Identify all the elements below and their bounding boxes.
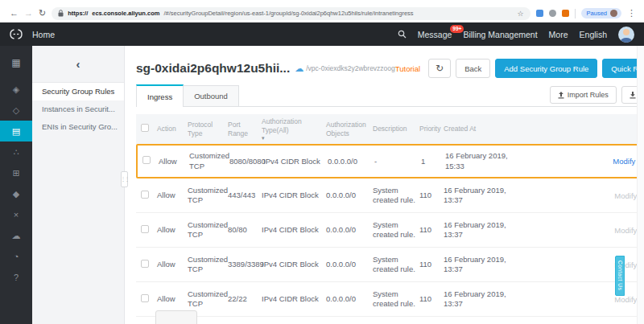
contact-us-tab[interactable]: Contact Us	[615, 256, 625, 296]
browser-reload-icon[interactable]: ↻	[39, 9, 46, 18]
console-body: ▦◈◇▤∴⊞◆×☁◔? ‹ Security Group Rules Insta…	[0, 46, 644, 324]
cell-auth-objects: 0.0.0.0/0	[326, 225, 373, 235]
extension-icon-3[interactable]	[562, 10, 569, 17]
modify-link[interactable]: Modify	[614, 295, 637, 304]
tabs-bar: Ingress Outbound Import Rules	[136, 84, 644, 107]
add-security-group-rule-button[interactable]: Add Security Group Rule	[495, 59, 597, 78]
icon-rail: ▦◈◇▤∴⊞◆×☁◔?	[0, 46, 32, 324]
cluster-icon[interactable]: ∴	[0, 141, 32, 162]
created-at-value: 16 February 2019, 15:33	[445, 151, 513, 171]
browser-back-icon[interactable]: ←	[10, 9, 19, 18]
product-compass-icon[interactable]: ◈	[0, 79, 32, 100]
message-label: Message	[418, 30, 452, 39]
cell-created: 16 February 2019, 13:37	[444, 186, 511, 206]
filter-caret-icon[interactable]: ▾	[262, 135, 324, 141]
select-all-checkbox[interactable]	[141, 124, 149, 132]
cloud-storage-icon[interactable]: ☁	[0, 225, 32, 246]
topnav-more[interactable]: More	[549, 30, 568, 39]
tutorial-link[interactable]: Tutorial	[395, 64, 420, 73]
monitor-icon[interactable]: ◔	[0, 246, 32, 267]
screen: ← → ↻ https://ecs.console.aliyun.com/#/s…	[0, 0, 644, 324]
sidebar-item-instances[interactable]: Instances in Securit...	[32, 100, 124, 118]
batch-action-button-partial[interactable]	[155, 310, 197, 324]
console-topnav: Home Message 99+ Billing Management More…	[0, 23, 644, 46]
import-rules-label: Import Rules	[568, 91, 609, 99]
header-actions-col: Actions	[511, 121, 644, 137]
extension-avatar-icon	[610, 10, 617, 17]
header-port-range: Port Range	[228, 117, 262, 141]
url-domain: ecs.console.aliyun.com	[92, 10, 159, 17]
bookmark-star-icon[interactable]: ☆	[517, 10, 523, 18]
cell-port: 443/443	[228, 191, 262, 200]
cell-created: 16 February 2019, 13:37	[444, 289, 511, 310]
help-tools-icon[interactable]: ?	[0, 267, 32, 288]
page-scrollbar[interactable]	[637, 46, 644, 324]
collapse-chevron-icon: ‹	[76, 58, 80, 70]
header-description: Description	[373, 121, 419, 137]
ecs-instances-icon[interactable]: ▤	[0, 121, 32, 141]
address-bar[interactable]: https://ecs.console.aliyun.com/#/securit…	[52, 7, 530, 20]
cell-protocol: Customized TCP	[188, 186, 228, 206]
back-button[interactable]: Back	[456, 59, 490, 78]
created-at-value: 16 February 2019, 13:37	[444, 220, 511, 240]
search-icon[interactable]	[398, 30, 407, 39]
extension-icon-1[interactable]	[536, 10, 543, 17]
rules-table: Action Protocol Type Port Range Authoriz…	[136, 114, 644, 317]
cell-port: 3389/3389	[228, 260, 262, 269]
workbench-icon[interactable]: ◇	[0, 100, 32, 121]
created-at-value: 16 February 2019, 13:37	[444, 289, 511, 310]
cell-auth-type: IPv4 CIDR Block	[263, 157, 328, 166]
snapshot-icon[interactable]: ⊞	[0, 162, 32, 183]
row-checkbox[interactable]	[141, 225, 149, 233]
topnav-message[interactable]: Message 99+	[418, 30, 452, 39]
refresh-button[interactable]: ↻	[428, 59, 451, 78]
cell-actions: Modify|Clone|Delete	[511, 224, 644, 237]
vpc-id-link[interactable]: /vpc-0xiexdks2y2wbrevzzoog	[306, 64, 395, 72]
url-path: /#/securityGroupDetail/region/us-east-1/…	[163, 10, 413, 17]
rule-row: Allow Customized TCP 8080/8080 IPv4 CIDR…	[136, 144, 644, 178]
browser-forward-icon[interactable]: →	[24, 9, 33, 18]
sidebar-resize-handle[interactable]: ⋮⋮	[121, 171, 128, 187]
cell-action: Allow	[157, 294, 188, 304]
tab-outbound[interactable]: Outbound	[184, 85, 239, 106]
sidebar-item-enis[interactable]: ENIs in Security Gro...	[32, 118, 124, 136]
topnav-home[interactable]: Home	[32, 30, 55, 39]
security-shield-icon[interactable]: ◆	[0, 183, 32, 204]
modify-link[interactable]: Modify	[614, 226, 637, 235]
import-rules-button[interactable]: Import Rules	[550, 86, 617, 104]
sidebar-item-security-group-rules[interactable]: Security Group Rules	[32, 83, 124, 100]
cell-priority: 110	[419, 225, 444, 235]
cell-auth-type: IPv4 CIDR Block	[262, 191, 326, 200]
modify-link[interactable]: Modify	[613, 157, 635, 166]
topnav-billing[interactable]: Billing Management	[463, 30, 537, 39]
cell-actions: Modify|Clone|Delete	[513, 154, 644, 168]
user-avatar[interactable]	[618, 27, 634, 43]
main-content: sg-0xidai2p6qhw12u5hii... ☁ /vpc-0xiexdk…	[125, 46, 644, 324]
cell-action: Allow	[157, 225, 188, 235]
paused-extension-pill[interactable]: Paused	[581, 8, 621, 18]
browser-menu-icon[interactable]: ⋮	[627, 9, 636, 18]
modify-link[interactable]: Modify	[614, 191, 637, 200]
topnav-language[interactable]: English	[580, 30, 607, 39]
network-icon[interactable]: ×	[0, 204, 32, 225]
cell-action: Allow	[159, 157, 189, 166]
cell-description: System created rule.	[373, 289, 419, 310]
header-action: Action	[157, 121, 188, 137]
header-authorization-type[interactable]: Authorization Type(All) ▾	[262, 114, 326, 144]
secondary-sidebar: ‹ Security Group Rules Instances in Secu…	[32, 46, 125, 324]
cell-auth-objects: 0.0.0.0/0	[326, 294, 373, 304]
row-checkbox[interactable]	[141, 294, 149, 302]
cell-created: 16 February 2019, 15:33	[445, 151, 513, 171]
row-checkbox[interactable]	[141, 191, 149, 199]
tab-ingress[interactable]: Ingress	[136, 84, 184, 107]
cell-description: System created rule.	[373, 220, 419, 240]
row-checkbox[interactable]	[142, 156, 151, 164]
extension-icon-2[interactable]	[549, 10, 556, 17]
row-checkbox[interactable]	[141, 260, 149, 268]
apps-grid-icon[interactable]: ▦	[0, 52, 32, 73]
sidebar-collapse[interactable]: ‹	[32, 46, 124, 83]
extension-separator	[575, 9, 576, 18]
rule-row: Allow Customized TCP 3389/3389 IPv4 CIDR…	[136, 248, 644, 282]
url-scheme: https://	[68, 10, 88, 17]
alibaba-cloud-logo-icon[interactable]	[0, 29, 32, 39]
